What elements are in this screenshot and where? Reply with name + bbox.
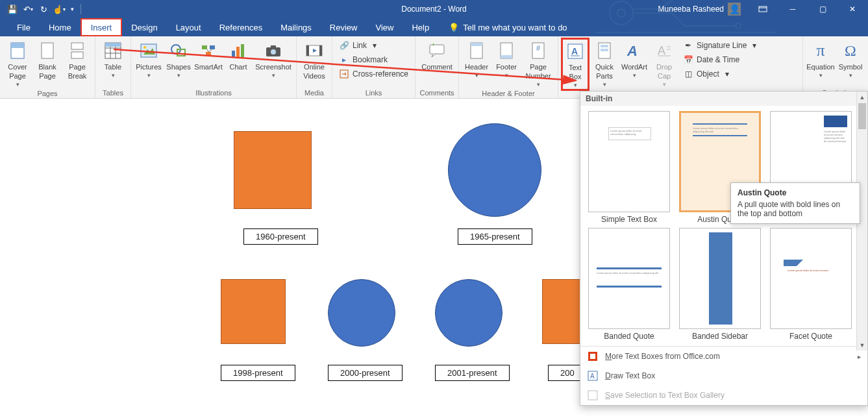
tab-insert[interactable]: Insert — [81, 18, 123, 36]
group-label-media: Media — [299, 88, 329, 98]
pictures-button[interactable]: Pictures▾ — [134, 38, 164, 79]
tab-references[interactable]: References — [210, 18, 271, 36]
tab-design[interactable]: Design — [122, 18, 166, 36]
tab-layout[interactable]: Layout — [167, 18, 210, 36]
smartart-button[interactable]: SmartArt — [193, 38, 223, 72]
office-icon — [587, 350, 599, 362]
screenshot-icon — [263, 40, 284, 61]
drop-cap-button[interactable]: ADrop Cap▾ — [649, 38, 679, 88]
wordart-button[interactable]: AWordArt▾ — [619, 38, 649, 79]
close-button[interactable]: ✕ — [839, 0, 865, 18]
page-break-button[interactable]: Page Break — [62, 38, 92, 81]
save-selection-button: Save Selection to Text Box Gallery — [580, 386, 867, 405]
svg-rect-63 — [588, 391, 597, 400]
qat-save-icon[interactable]: 💾 — [5, 2, 19, 16]
footer-button[interactable]: Footer▾ — [491, 38, 521, 79]
drop-cap-icon: A — [654, 40, 675, 61]
caption[interactable]: 2001-present — [435, 365, 510, 381]
page-number-button[interactable]: #Page Number▾ — [521, 38, 555, 88]
bookmark-button[interactable]: ▸Bookmark — [335, 53, 412, 66]
group-label-links: Links — [335, 88, 412, 98]
group-text: AText Box▾ Quick Parts▾ AWordArt▾ ADrop … — [558, 36, 763, 98]
group-pages: Cover Page▾ Blank Page Page Break Pages — [0, 36, 95, 98]
qat-undo-icon[interactable]: ↶▾ — [21, 2, 35, 16]
equation-icon: π — [810, 40, 831, 61]
text-box-button[interactable]: AText Box▾ — [561, 38, 589, 91]
shape-circle[interactable] — [328, 279, 395, 347]
caption[interactable]: 1998-present — [221, 365, 295, 381]
draw-text-box-button[interactable]: A Draw Text Box — [580, 366, 867, 386]
header-button[interactable]: Header▾ — [462, 38, 491, 79]
tab-home[interactable]: Home — [40, 18, 81, 36]
tell-me-search[interactable]: 💡 Tell me what you want to do — [438, 18, 567, 36]
object-button[interactable]: ◫Object ▾ — [679, 68, 760, 80]
minimize-button[interactable]: ─ — [780, 0, 806, 18]
shape-circle[interactable] — [448, 123, 541, 217]
cover-page-button[interactable]: Cover Page▾ — [3, 38, 32, 88]
tab-view[interactable]: View — [366, 18, 403, 36]
qat-touch-icon[interactable]: ☝▾ — [52, 2, 66, 16]
svg-rect-9 — [71, 43, 83, 49]
svg-rect-27 — [232, 51, 235, 57]
window-title: Document2 - Word — [401, 5, 466, 14]
table-icon — [103, 40, 123, 61]
qat-customize-icon[interactable]: ▾ — [68, 2, 77, 16]
comment-icon: + — [427, 40, 447, 61]
svg-marker-58 — [784, 260, 803, 266]
online-videos-button[interactable]: Online Videos — [299, 38, 329, 81]
cover-page-icon — [7, 40, 28, 61]
svg-text:A: A — [626, 43, 638, 59]
tooltip-austin-quote: Austin Quote A pull quote with bold line… — [730, 182, 860, 224]
tab-review[interactable]: Review — [321, 18, 367, 36]
tab-file[interactable]: File — [8, 18, 40, 36]
symbol-button[interactable]: ΩSymbol▾ — [836, 38, 865, 79]
gallery-item-facet-quote[interactable]: Lorem ipsum dolor sit amet consect Facet… — [769, 228, 853, 341]
scroll-up-icon[interactable]: ▲ — [857, 92, 867, 103]
tell-me-label: Tell me what you want to do — [463, 23, 567, 32]
svg-rect-23 — [210, 45, 215, 49]
shape-square[interactable] — [221, 279, 286, 344]
group-links: 🔗Link ▾ ▸Bookmark Cross-reference Links — [332, 36, 415, 98]
scroll-down-icon[interactable]: ▼ — [857, 339, 867, 350]
caption[interactable]: 1960-present — [243, 228, 318, 245]
caption[interactable]: 2000-present — [328, 365, 403, 381]
screenshot-button[interactable]: Screenshot▾ — [253, 38, 293, 79]
tab-mailings[interactable]: Mailings — [271, 18, 321, 36]
caption[interactable]: 200 — [548, 365, 580, 381]
maximize-button[interactable]: ▢ — [810, 0, 836, 18]
caption[interactable]: 1965-present — [458, 228, 532, 245]
quick-parts-button[interactable]: Quick Parts▾ — [589, 38, 619, 88]
shape-square[interactable] — [234, 131, 312, 209]
chart-button[interactable]: Chart — [223, 38, 253, 72]
shapes-button[interactable]: Shapes▾ — [164, 38, 193, 79]
link-button[interactable]: 🔗Link ▾ — [335, 39, 412, 52]
shapes-icon — [168, 40, 189, 61]
date-time-button[interactable]: 📅Date & Time — [679, 53, 760, 66]
table-button[interactable]: Table▾ — [98, 38, 128, 79]
more-text-boxes-button[interactable]: More Text Boxes from Office.com ▸ — [580, 347, 867, 366]
cross-reference-button[interactable]: Cross-reference — [335, 68, 412, 80]
blank-page-button[interactable]: Blank Page — [32, 38, 62, 81]
svg-rect-51 — [601, 49, 608, 51]
gallery-item-banded-sidebar[interactable]: Banded Sidebar — [678, 228, 762, 341]
user-account[interactable]: Muneeba Rasheed 👤 — [653, 3, 746, 16]
equation-button[interactable]: πEquation▾ — [806, 38, 836, 79]
tab-help[interactable]: Help — [403, 18, 438, 36]
object-icon: ◫ — [683, 69, 693, 79]
gallery-item-banded-quote[interactable]: Lorem ipsum dolor sit amet consectetur a… — [587, 228, 671, 341]
group-tables: Table▾ Tables — [95, 36, 131, 98]
shape-circle[interactable] — [435, 279, 502, 347]
blank-page-icon — [37, 40, 58, 61]
svg-rect-8 — [42, 43, 53, 58]
svg-rect-29 — [241, 44, 244, 57]
signature-line-button[interactable]: ✒Signature Line ▾ — [679, 39, 760, 52]
gallery-item-simple-text-box[interactable]: Lorem ipsum dolor sit amet consectetur a… — [587, 111, 671, 224]
ribbon-display-icon[interactable] — [750, 0, 776, 18]
svg-text:+: + — [432, 43, 435, 48]
qat-redo-icon[interactable]: ↻ — [36, 2, 51, 16]
comment-button[interactable]: +Comment — [418, 38, 456, 72]
page-break-icon — [67, 40, 88, 61]
header-icon — [466, 40, 487, 61]
footer-icon — [496, 40, 517, 61]
scroll-thumb[interactable] — [858, 103, 866, 129]
